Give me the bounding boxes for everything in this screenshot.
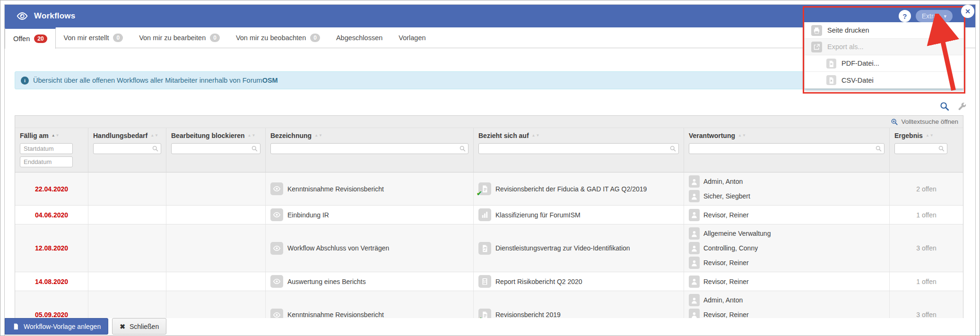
tab-count-badge: 0	[310, 34, 320, 42]
related-object-name[interactable]: Report Risikobericht Q2 2020	[495, 278, 582, 285]
responsible-person[interactable]: Controlling, Conny	[689, 242, 758, 254]
menu-item-pdf-datei[interactable]: PDF-Datei...	[805, 55, 963, 72]
bearbeitung-blockieren-cell	[166, 272, 266, 291]
workflow-eye-icon	[270, 275, 283, 288]
due-date: 22.04.2020	[15, 172, 88, 205]
column-header-bearbeitung-blockieren[interactable]: Bearbeitung blockieren▲▼	[166, 128, 266, 140]
help-button[interactable]: ?	[899, 10, 911, 22]
person-icon	[689, 294, 700, 306]
tab-label: Von mir zu beobachten	[236, 34, 306, 42]
close-button-label: Schließen	[130, 323, 159, 330]
filter-cell-ergebnis	[890, 140, 963, 172]
search-icon	[938, 145, 945, 154]
extras-dropdown-menu: Seite druckenExport als...PDF-Datei...CS…	[804, 22, 964, 89]
table-row[interactable]: 04.06.2020Einbindung IRKlassifizierung f…	[15, 206, 963, 224]
tab-offen[interactable]: Offen20	[5, 27, 56, 49]
menu-item-label: CSV-Datei	[841, 77, 874, 84]
sort-arrows-icon[interactable]: ▲▼	[926, 134, 934, 138]
due-date: 04.06.2020	[15, 206, 88, 224]
tab-vorlagen[interactable]: Vorlagen	[390, 27, 434, 48]
bearbeitung-blockieren-cell	[166, 172, 266, 205]
column-header-ergebnis[interactable]: Ergebnis▲▼	[890, 128, 963, 140]
extras-button-label: Extras	[922, 12, 941, 20]
column-header-handlungsbedarf[interactable]: Handlungsbedarf▲▼	[88, 128, 166, 140]
column-header-bezieht-sich-auf[interactable]: Bezieht sich auf▲▼	[474, 128, 684, 140]
column-header-f-llig-am[interactable]: Fällig am▲▼	[15, 128, 88, 140]
filter-input[interactable]	[93, 143, 161, 154]
filter-cell-handlungsbedarf	[88, 140, 166, 172]
tab-von-mir-erstellt[interactable]: Von mir erstellt0	[56, 27, 131, 48]
table-row[interactable]: 14.08.2020Auswertung eines BerichtsRepor…	[15, 272, 963, 291]
document-icon	[12, 323, 19, 330]
sort-arrows-icon[interactable]: ▲▼	[532, 134, 540, 138]
filter-input[interactable]	[270, 143, 468, 154]
person-icon	[689, 227, 700, 240]
responsible-cell: Revisor, Reiner	[684, 206, 890, 224]
create-workflow-template-label: Workflow-Vorlage anlegen	[24, 323, 101, 330]
tab-count-badge: 20	[34, 34, 47, 43]
related-object-name[interactable]: Revisionsbericht der Fiducia & GAD IT AG…	[495, 185, 647, 193]
responsible-person[interactable]: Sicher, Siegbert	[689, 190, 750, 202]
person-icon	[689, 257, 700, 269]
search-icon[interactable]	[939, 101, 950, 112]
workflow-name[interactable]: Kenntnisnahme Revisionsbericht	[287, 311, 384, 319]
workflow-eye-icon	[270, 208, 283, 221]
sort-arrows-icon[interactable]: ▲▼	[314, 134, 322, 138]
related-object-name[interactable]: Revisionsbericht 2019	[495, 311, 561, 319]
related-object-name[interactable]: Klassifizierung für ForumISM	[495, 211, 581, 219]
wrench-icon[interactable]	[957, 102, 967, 112]
person-name: Revisor, Reiner	[703, 278, 749, 285]
workflow-name[interactable]: Auswertung eines Berichts	[287, 278, 366, 285]
column-header-bezeichnung[interactable]: Bezeichnung▲▼	[266, 128, 474, 140]
filter-input[interactable]	[689, 143, 885, 154]
related-object-name[interactable]: Dienstleistungsvertrag zur Video-Identif…	[495, 244, 630, 252]
responsible-person[interactable]: Admin, Anton	[689, 175, 743, 188]
window-close-button[interactable]: ✕	[961, 5, 974, 18]
create-workflow-template-button[interactable]: Workflow-Vorlage anlegen	[5, 318, 108, 335]
column-header-label: Bearbeitung blockieren	[171, 132, 245, 139]
sort-arrows-icon[interactable]: ▲▼	[248, 134, 256, 138]
responsible-person[interactable]: Allgemeine Verwaltung	[689, 227, 771, 240]
bearbeitung-blockieren-cell	[166, 224, 266, 272]
grid-tools	[939, 101, 967, 112]
close-button[interactable]: ✖ Schließen	[112, 318, 166, 335]
menu-item-label: PDF-Datei...	[841, 60, 879, 67]
tab-label: Von mir zu bearbeiten	[139, 34, 206, 42]
tab-abgeschlossen[interactable]: Abgeschlossen	[328, 27, 390, 48]
column-header-label: Bezieht sich auf	[478, 132, 529, 139]
responsible-person[interactable]: Revisor, Reiner	[689, 257, 749, 269]
filter-cell-verantwortung	[684, 140, 890, 172]
column-header-label: Bezeichnung	[270, 132, 312, 139]
related-object-cell: Report Risikobericht Q2 2020	[474, 272, 684, 291]
sort-arrows-icon[interactable]: ▲▼	[150, 134, 158, 138]
table-row[interactable]: 12.08.2020Workflow Abschluss von Verträg…	[15, 224, 963, 272]
search-icon	[669, 145, 676, 154]
column-header-verantwortung[interactable]: Verantwortung▲▼	[684, 128, 890, 140]
extras-button[interactable]: Extras ▾	[916, 10, 953, 22]
tab-von-mir-zu-bearbeiten[interactable]: Von mir zu bearbeiten0	[131, 27, 228, 48]
workflow-name[interactable]: Kenntnisnahme Revisionsbericht	[287, 185, 384, 193]
column-header-label: Verantwortung	[689, 132, 735, 139]
menu-item-seite-drucken[interactable]: Seite drucken	[805, 22, 963, 39]
handlungsbedarf-cell	[88, 272, 166, 291]
filter-input[interactable]	[171, 143, 260, 154]
table-row[interactable]: 22.04.2020Kenntnisnahme Revisionsbericht…	[15, 172, 963, 206]
workflow-name[interactable]: Einbindung IR	[287, 211, 329, 219]
sort-arrows-icon[interactable]: ▲▼	[738, 134, 746, 138]
workflow-name-cell: Kenntnisnahme Revisionsbericht	[266, 172, 474, 205]
person-name: Revisor, Reiner	[703, 259, 749, 267]
start-date-input[interactable]	[20, 143, 73, 154]
tab-von-mir-zu-beobachten[interactable]: Von mir zu beobachten0	[228, 27, 328, 48]
end-date-input[interactable]	[20, 156, 73, 167]
fulltext-search-link[interactable]: Volltextsuche öffnen	[891, 118, 958, 126]
responsible-person[interactable]: Admin, Anton	[689, 294, 743, 306]
responsible-person[interactable]: Revisor, Reiner	[689, 276, 749, 288]
search-icon	[459, 145, 466, 154]
check-icon: ✔	[477, 190, 482, 197]
responsible-cell: Allgemeine VerwaltungControlling, ConnyR…	[684, 224, 890, 272]
menu-item-csv-datei[interactable]: CSV-Datei	[805, 72, 963, 88]
workflow-name[interactable]: Workflow Abschluss von Verträgen	[287, 244, 389, 252]
responsible-person[interactable]: Revisor, Reiner	[689, 209, 749, 221]
filter-input[interactable]	[478, 143, 679, 154]
sort-arrows-icon[interactable]: ▲▼	[52, 134, 60, 138]
